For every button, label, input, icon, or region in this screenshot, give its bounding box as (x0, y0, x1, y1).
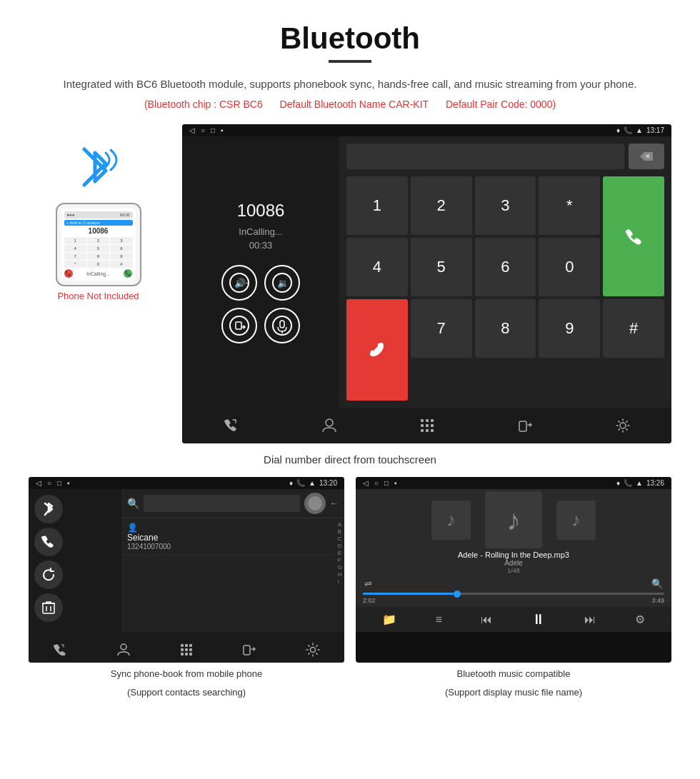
pb-contacts-list: 👤 Seicane 13241007000 (121, 518, 336, 632)
status-bar: ◁ ○ □ ▪ ♦ 📞 ▲ 13:17 (182, 124, 671, 136)
mute-button[interactable] (264, 308, 300, 343)
pb-nav-transfer[interactable] (235, 639, 264, 660)
svg-rect-20 (519, 421, 526, 431)
nav-grid-icon (419, 418, 435, 433)
svg-rect-22 (43, 603, 54, 613)
dialpad-key-3[interactable]: 3 (475, 176, 536, 235)
nav-phone-icon (224, 418, 239, 433)
music-next-icon[interactable]: ⏭ (584, 613, 596, 626)
pb-delete-btn[interactable] (34, 593, 63, 622)
music-play-pause-button[interactable]: ⏸ (531, 611, 546, 628)
phone-call-button[interactable]: 📞 (124, 269, 132, 278)
progress-track[interactable] (363, 593, 664, 595)
svg-rect-11 (421, 419, 424, 422)
mute-icon (272, 316, 292, 336)
music-prev-icon[interactable]: ⏮ (481, 613, 492, 626)
music-folder-icon[interactable]: 📁 (382, 613, 396, 626)
pb-nav-settings[interactable] (299, 639, 327, 660)
nav-transfer-icon[interactable] (511, 415, 539, 436)
pb-nav-person-icon (116, 643, 131, 657)
dialpad-key-5[interactable]: 5 (411, 238, 472, 296)
dialpad-key-hash[interactable]: # (603, 299, 664, 358)
pb-status-left: ◁ ○ □ ▪ (36, 479, 70, 487)
dialpad-delete-button[interactable]: ✕ (629, 144, 664, 169)
call-interface: 10086 InCalling... 00:33 🔊+ 🔉 (182, 136, 671, 408)
pb-nav-dialpad[interactable] (172, 639, 201, 660)
pb-mic-button[interactable] (304, 493, 326, 514)
svg-rect-14 (421, 424, 424, 427)
dialpad-key-8[interactable]: 8 (475, 299, 536, 358)
status-right: ♦ 📞 ▲ 13:17 (616, 126, 664, 134)
pb-status-right: ♦ 📞 ▲ 13:20 (289, 479, 337, 487)
pb-nav-phone-icon (54, 644, 66, 655)
music-wifi-icon: ▲ (636, 479, 643, 487)
dialpad-key-0[interactable]: 0 (539, 238, 600, 296)
pb-wifi-icon: ▲ (309, 479, 316, 487)
pb-nav-contacts[interactable] (109, 639, 138, 660)
pb-home-icon: ○ (47, 479, 51, 487)
music-search-icon[interactable]: 🔍 (651, 578, 663, 589)
specs-line: (Bluetooth chip : CSR BC6 Default Blueto… (29, 99, 671, 110)
transfer-button[interactable] (221, 308, 257, 343)
nav-settings-icon[interactable] (609, 415, 637, 436)
dialpad-key-star[interactable]: * (539, 176, 600, 235)
pb-bluetooth-btn[interactable] (34, 495, 63, 523)
pb-nav-call[interactable] (46, 639, 74, 660)
pb-location-icon: ♦ (289, 479, 293, 487)
progress-fill (363, 593, 454, 595)
pb-contact-name: Seicane (127, 533, 330, 543)
volume-down-button[interactable]: 🔉 (264, 265, 300, 301)
svg-rect-5 (236, 322, 241, 329)
music-status-right: ♦ 📞 ▲ 13:26 (616, 479, 664, 487)
call-controls: 🔊+ 🔉 (221, 265, 300, 343)
music-list-icon[interactable]: ≡ (436, 613, 442, 626)
svg-rect-35 (189, 653, 192, 655)
svg-rect-32 (189, 648, 192, 651)
pb-alphabet-index: ABCDEFGHI (336, 518, 344, 632)
pb-refresh-btn[interactable] (34, 561, 63, 589)
svg-rect-13 (431, 419, 434, 422)
music-progress-bar: 2:02 3:49 (356, 590, 671, 604)
recents-icon: □ (211, 126, 215, 134)
phone-add-contact[interactable]: + Add to Contacts (64, 220, 133, 226)
pb-nav-gear-icon (306, 643, 320, 657)
music-eq-icon[interactable]: ⚙ (635, 613, 645, 626)
nav-call-icon[interactable] (217, 415, 246, 436)
nav-dialpad-icon[interactable] (413, 415, 441, 436)
dialpad-key-9[interactable]: 9 (539, 299, 600, 358)
pb-time: 13:20 (319, 479, 337, 487)
dialpad-key-7[interactable]: 7 (411, 299, 472, 358)
dialpad-key-2[interactable]: 2 (411, 176, 472, 235)
dialpad-input-field[interactable] (346, 144, 624, 169)
pb-search-input[interactable] (144, 495, 300, 512)
svg-text:🔊+: 🔊+ (234, 277, 249, 289)
nav-contacts-icon[interactable] (315, 415, 344, 436)
pb-call-btn[interactable] (34, 528, 63, 556)
dialpad-key-6[interactable]: 6 (475, 238, 536, 296)
pb-backspace-button[interactable]: ← (330, 498, 339, 508)
music-status-bar: ◁ ○ □ ▪ ♦ 📞 ▲ 13:26 (356, 477, 671, 489)
svg-rect-16 (431, 424, 434, 427)
call-left-panel: 10086 InCalling... 00:33 🔊+ 🔉 (182, 136, 339, 408)
phone-side: ●●●MOB + Add to Contacts 10086 123 456 7… (29, 124, 168, 301)
music-album-art-main: ♪ (485, 491, 542, 548)
pb-contact-item[interactable]: 👤 Seicane 13241007000 (121, 518, 336, 556)
svg-rect-28 (185, 644, 188, 647)
call-icon (623, 226, 644, 247)
music-song-name: Adele - Rolling In the Deep.mp3 (356, 551, 671, 559)
dialpad-key-1[interactable]: 1 (346, 176, 408, 235)
music-shuffle-icon[interactable]: ⇌ (364, 578, 372, 589)
dialpad-endcall-button[interactable] (346, 299, 408, 401)
pb-contact-number: 13241007000 (127, 543, 330, 551)
dialpad-call-button[interactable] (603, 176, 664, 296)
nav-gear-icon (615, 418, 631, 433)
music-note-sm-icon: ♪ (446, 509, 456, 531)
svg-rect-29 (189, 644, 192, 647)
progress-thumb[interactable] (454, 590, 461, 598)
volume-up-button[interactable]: 🔊+ (221, 265, 257, 301)
phone-end-call[interactable]: 📞 (64, 269, 73, 278)
dialpad-key-4[interactable]: 4 (346, 238, 408, 296)
svg-point-26 (121, 644, 126, 650)
phonebook-screen: ◁ ○ □ ▪ ♦ 📞 ▲ 13:20 (29, 477, 344, 663)
svg-point-37 (310, 648, 315, 653)
